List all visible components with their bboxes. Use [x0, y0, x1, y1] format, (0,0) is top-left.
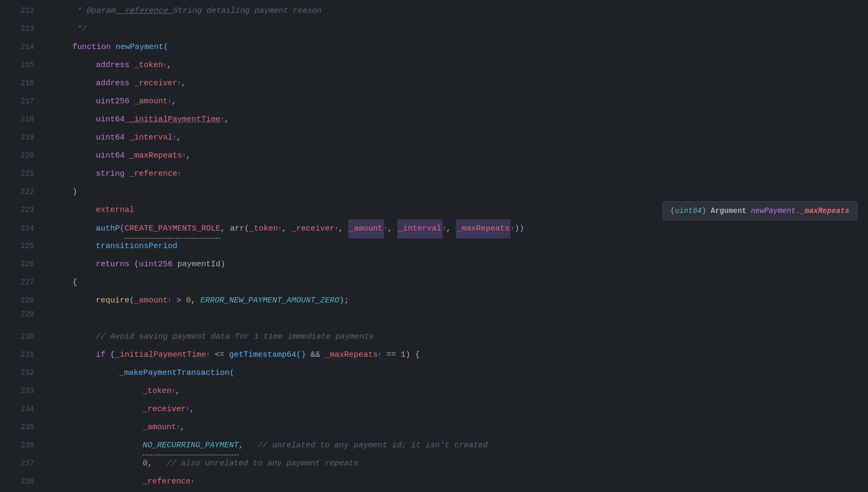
- line-212: 212 * @param _reference String detailing…: [0, 2, 868, 20]
- line-230: 230// Avoid saving payment data for 1 ti…: [0, 328, 868, 346]
- line-number: 235: [0, 423, 47, 431]
- line-content: transitionsPeriod: [47, 237, 868, 256]
- line-content: */: [47, 20, 868, 38]
- line-237: 2370, // also unrelated to any payment r…: [0, 455, 868, 473]
- line-content: 0, // also unrelated to any payment repe…: [47, 455, 868, 473]
- line-content: authP(CREATE_PAYMENTS_ROLE, arr(_token↑,…: [47, 219, 868, 239]
- line-number: 219: [0, 133, 47, 142]
- code-editor: 212 * @param _reference String detailing…: [0, 0, 868, 492]
- line-content: address _receiver↑,: [47, 75, 868, 93]
- line-number: 234: [0, 405, 47, 413]
- line-231: 231if (_initialPaymentTime↑ <= getTimest…: [0, 346, 868, 364]
- line-content: uint64 _maxRepeats↑,: [47, 147, 868, 165]
- line-content: {: [47, 274, 868, 292]
- line-content: if (_initialPaymentTime↑ <= getTimestamp…: [47, 346, 868, 364]
- line-content: // Avoid saving payment data for 1 time …: [47, 328, 868, 346]
- line-content: _amount↑,: [47, 419, 868, 437]
- line-content: * @param _reference String detailing pay…: [47, 2, 868, 20]
- line-number: 220: [0, 151, 47, 160]
- line-222: 222): [0, 183, 868, 201]
- line-215: 215address _token↑,: [0, 56, 868, 75]
- line-content: _reference↑: [47, 473, 868, 491]
- line-225: 225transitionsPeriod: [0, 237, 868, 256]
- line-214: 214function newPayment(: [0, 38, 868, 56]
- line-224: 224authP(CREATE_PAYMENTS_ROLE, arr(_toke…: [0, 219, 868, 237]
- line-content: returns (uint256 paymentId): [47, 256, 868, 274]
- line-number: 225: [0, 242, 47, 250]
- line-content: ): [47, 183, 868, 201]
- line-213: 213 */: [0, 20, 868, 38]
- line-number: 215: [0, 61, 47, 69]
- line-number: 218: [0, 115, 47, 124]
- line-number: 233: [0, 387, 47, 395]
- line-232: 232_makePaymentTransaction(: [0, 364, 868, 382]
- line-number: 227: [0, 278, 47, 286]
- line-content: uint64 _interval↑,: [47, 129, 868, 147]
- line-number: 223: [0, 206, 47, 214]
- line-content: require(_amount↑ > 0, ERROR_NEW_PAYMENT_…: [47, 292, 868, 310]
- line-227: 227{: [0, 274, 868, 292]
- tooltip: (uint64) Argument newPayment._maxRepeats: [662, 201, 857, 220]
- line-number: 217: [0, 97, 47, 105]
- line-216: 216address _receiver↑,: [0, 75, 868, 93]
- line-229: 229: [0, 310, 868, 328]
- line-226: 226returns (uint256 paymentId): [0, 256, 868, 274]
- line-content: uint256 _amount↑,: [47, 93, 868, 111]
- line-content: _token↑,: [47, 382, 868, 400]
- line-number: 221: [0, 169, 47, 178]
- line-number: 226: [0, 260, 47, 268]
- line-234: 234_receiver↑,: [0, 400, 868, 419]
- line-content: _makePaymentTransaction(: [47, 364, 868, 382]
- line-223: 223external(uint64) Argument newPayment.…: [0, 201, 868, 219]
- line-number: 213: [0, 24, 47, 33]
- line-content: address _token↑,: [47, 56, 868, 75]
- line-235: 235_amount↑,: [0, 419, 868, 437]
- line-number: 224: [0, 224, 47, 233]
- line-number: 237: [0, 459, 47, 468]
- line-number: 214: [0, 43, 47, 51]
- line-number: 236: [0, 441, 47, 449]
- line-218: 218uint64 _initialPaymentTime↑,: [0, 111, 868, 129]
- line-content: _receiver↑,: [47, 400, 868, 419]
- line-content: external(uint64) Argument newPayment._ma…: [47, 201, 868, 219]
- line-number: 230: [0, 332, 47, 341]
- line-221: 221string _reference↑: [0, 165, 868, 183]
- line-233: 233_token↑,: [0, 382, 868, 400]
- line-236: 236NO_RECURRING_PAYMENT, // unrelated to…: [0, 437, 868, 455]
- line-217: 217uint256 _amount↑,: [0, 93, 868, 111]
- line-number: 238: [0, 477, 47, 486]
- line-number: 229: [0, 310, 47, 318]
- line-number: 231: [0, 350, 47, 359]
- line-number: 212: [0, 6, 47, 15]
- line-238: 238_reference↑: [0, 473, 868, 491]
- line-220: 220uint64 _maxRepeats↑,: [0, 147, 868, 165]
- line-number: 232: [0, 368, 47, 377]
- line-number: 222: [0, 187, 47, 196]
- line-number: 228: [0, 296, 47, 305]
- line-228: 228require(_amount↑ > 0, ERROR_NEW_PAYME…: [0, 292, 868, 310]
- line-number: 216: [0, 79, 47, 87]
- line-content: uint64 _initialPaymentTime↑,: [47, 111, 868, 129]
- line-content: NO_RECURRING_PAYMENT, // unrelated to an…: [47, 437, 868, 455]
- line-content: function newPayment(: [47, 38, 868, 56]
- line-content: string _reference↑: [47, 165, 868, 183]
- line-219: 219uint64 _interval↑,: [0, 129, 868, 147]
